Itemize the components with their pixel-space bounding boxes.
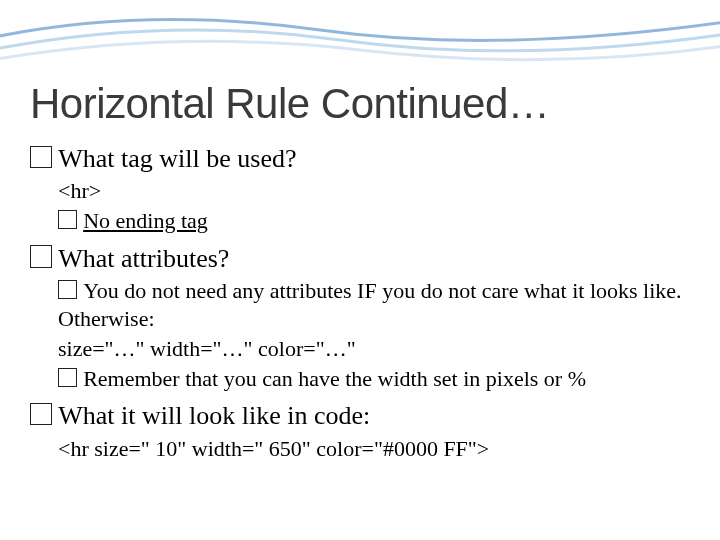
code-hr-tag: <hr> (58, 177, 690, 205)
bullet-l2-remember: Remember that you can have the width set… (58, 365, 690, 393)
bullet-l2-attr-explain: You do not need any attributes IF you do… (58, 277, 690, 333)
text: What tag will be used? (58, 144, 296, 173)
bullet-box-icon (58, 368, 77, 387)
bullet-l2-no-ending: No ending tag (58, 207, 690, 235)
text: What it will look like in code: (58, 401, 370, 430)
text: No ending tag (83, 208, 208, 233)
bullet-box-icon (30, 146, 52, 168)
slide-title: Horizontal Rule Continued… (30, 80, 690, 128)
decorative-wave (0, 0, 720, 80)
text: You do not need any attributes IF you do… (58, 278, 682, 331)
bullet-l1-what-attr: What attributes? (30, 242, 690, 275)
bullet-box-icon (30, 403, 52, 425)
slide-body: Horizontal Rule Continued… What tag will… (30, 80, 690, 463)
code-attr-list: size="…" width="…" color="…" (58, 335, 690, 363)
text: Remember that you can have the width set… (83, 366, 586, 391)
bullet-l1-look-like: What it will look like in code: (30, 399, 690, 432)
bullet-box-icon (30, 245, 52, 267)
text: What attributes? (58, 244, 229, 273)
bullet-box-icon (58, 210, 77, 229)
code-hr-full: <hr size=" 10" width=" 650" color="#0000… (58, 435, 690, 463)
bullet-l1-what-tag: What tag will be used? (30, 142, 690, 175)
bullet-box-icon (58, 280, 77, 299)
